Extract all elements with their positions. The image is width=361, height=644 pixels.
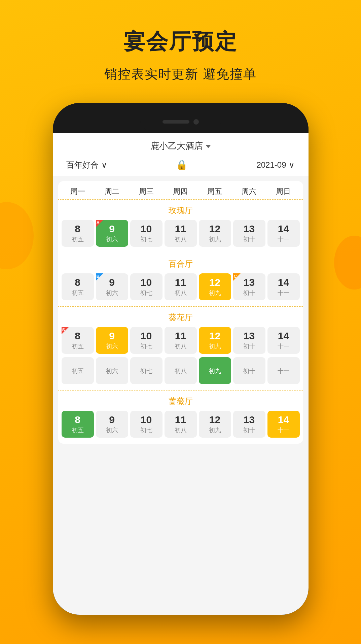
table-row[interactable]: 8 初五 — [62, 220, 94, 247]
hall-sunflower-lunar-row: 初五 初六 初七 初八 初九 初十 — [58, 357, 303, 387]
list-item[interactable]: 初七 — [130, 357, 163, 384]
list-item[interactable]: 初六 — [96, 357, 128, 384]
table-row[interactable]: 12 初九 — [199, 220, 231, 247]
table-row[interactable]: 14 十一 — [267, 411, 300, 438]
hall-lily-name: 百合厅 — [58, 256, 303, 272]
hall-sunflower: 葵花厅 S 8 初五 9 初六 10 初七 — [58, 306, 303, 390]
table-row[interactable]: 9 初六 — [96, 411, 128, 438]
hall-sunflower-name: 葵花厅 — [58, 309, 303, 326]
list-item[interactable]: 十一 — [267, 357, 300, 384]
table-row[interactable]: 13 初十 — [233, 411, 265, 438]
date-value: 2021-09 — [256, 160, 286, 170]
day-sun: 周日 — [266, 187, 300, 197]
day-thu: 周四 — [164, 187, 198, 197]
hall-filter-arrow: ∨ — [101, 160, 107, 170]
hall-sunflower-grid: S 8 初五 9 初六 10 初七 11 初八 — [58, 326, 303, 357]
table-row[interactable]: 10 初七 — [130, 220, 163, 247]
hotel-dropdown-arrow[interactable] — [206, 145, 211, 148]
list-item[interactable]: 初八 — [165, 357, 197, 384]
speaker — [163, 120, 189, 124]
table-row[interactable]: 14 十一 — [267, 220, 300, 247]
day-wed: 周三 — [129, 187, 164, 197]
table-row[interactable]: B 9 初六 — [96, 273, 128, 300]
hotel-selector[interactable]: 鹿小乙大酒店 — [60, 133, 302, 156]
hotel-name: 鹿小乙大酒店 — [150, 140, 203, 152]
table-row[interactable]: 11 初八 — [165, 273, 197, 300]
day-tue: 周二 — [95, 187, 129, 197]
list-item[interactable]: 初十 — [233, 357, 265, 384]
table-row[interactable]: 11 初八 — [165, 220, 197, 247]
table-row[interactable]: 11 初八 — [165, 327, 197, 354]
table-row[interactable]: 10 初七 — [130, 327, 163, 354]
hall-rose: 玫瑰厅 8 初五 A 9 初六 10 初七 — [58, 199, 303, 253]
app-subtitle: 销控表实时更新 避免撞单 — [104, 66, 257, 83]
day-sat: 周六 — [232, 187, 266, 197]
notch-area — [53, 103, 309, 133]
table-row[interactable]: 13 初十 — [233, 220, 265, 247]
hall-rose-name: 玫瑰厅 — [58, 202, 303, 218]
table-row[interactable]: S 8 初五 — [62, 327, 94, 354]
date-arrow: ∨ — [289, 160, 295, 170]
table-row[interactable]: 14 十一 — [267, 327, 300, 354]
lock-icon[interactable]: 🔒 — [176, 159, 188, 170]
table-row[interactable]: 9 初六 — [96, 327, 128, 354]
camera — [193, 119, 199, 125]
table-row[interactable]: 10 初七 — [130, 273, 163, 300]
hall-lily: 百合厅 8 初五 B 9 初六 10 初七 — [58, 253, 303, 306]
calendar-content: 周一 周二 周三 周四 周五 周六 周日 玫瑰厅 8 初五 A — [58, 181, 303, 444]
table-row[interactable]: 12 初九 — [199, 327, 231, 354]
table-row[interactable]: 8 初五 — [62, 411, 94, 438]
hall-lily-grid: 8 初五 B 9 初六 10 初七 11 初八 — [58, 272, 303, 304]
table-row[interactable]: C 13 初十 — [233, 273, 265, 300]
table-row[interactable]: 12 初九 — [199, 411, 231, 438]
table-row[interactable]: A 9 初六 — [96, 220, 128, 247]
notch — [140, 113, 221, 131]
phone-screen: 鹿小乙大酒店 百年好合 ∨ 🔒 2021-09 ∨ 周一 周二 — [53, 133, 309, 615]
filter-row: 百年好合 ∨ 🔒 2021-09 ∨ — [60, 156, 302, 176]
day-headers: 周一 周二 周三 周四 周五 周六 周日 — [58, 181, 303, 199]
hall-rose2: 蔷薇厅 8 初五 9 初六 10 初七 11 — [58, 390, 303, 444]
hall-filter[interactable]: 百年好合 ∨ — [66, 160, 107, 170]
list-item[interactable]: 初五 — [62, 357, 94, 384]
table-row[interactable]: 8 初五 — [62, 273, 94, 300]
day-mon: 周一 — [61, 187, 95, 197]
hall-rose2-grid: 8 初五 9 初六 10 初七 11 初八 — [58, 409, 303, 441]
hall-rose2-name: 蔷薇厅 — [58, 393, 303, 409]
hall-rose-grid: 8 初五 A 9 初六 10 初七 11 初八 — [58, 218, 303, 250]
hall-filter-name: 百年好合 — [66, 160, 99, 170]
table-row[interactable]: 11 初八 — [165, 411, 197, 438]
table-row[interactable]: 10 初七 — [130, 411, 163, 438]
table-row[interactable]: 12 初九 — [199, 273, 231, 300]
date-selector[interactable]: 2021-09 ∨ — [256, 160, 295, 170]
list-item[interactable]: 初九 — [199, 357, 231, 384]
table-row[interactable]: 13 初十 — [233, 327, 265, 354]
day-fri: 周五 — [197, 187, 232, 197]
app-header: 鹿小乙大酒店 百年好合 ∨ 🔒 2021-09 ∨ — [53, 133, 309, 176]
phone-frame: 鹿小乙大酒店 百年好合 ∨ 🔒 2021-09 ∨ 周一 周二 — [53, 103, 309, 615]
app-title: 宴会厅预定 — [123, 27, 238, 56]
table-row[interactable]: 14 十一 — [267, 273, 300, 300]
